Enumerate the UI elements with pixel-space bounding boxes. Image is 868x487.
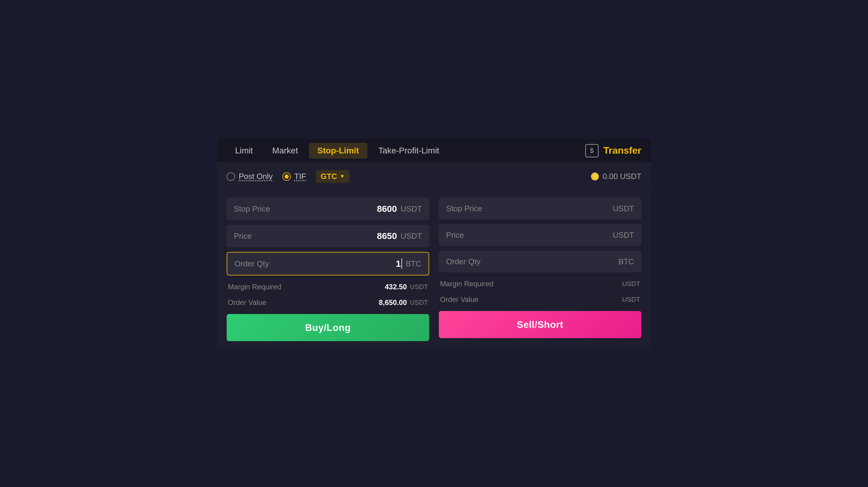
buy-stop-price-unit: USDT xyxy=(401,204,422,214)
post-only-label[interactable]: Post Only xyxy=(239,172,273,181)
buy-margin-value: 432.50 xyxy=(385,283,407,291)
buy-order-qty-unit: BTC xyxy=(406,259,421,269)
sell-order-qty-value-group: BTC xyxy=(618,257,634,266)
post-only-group: Post Only xyxy=(227,172,273,181)
options-bar: Post Only TIF GTC ▼ 🪙 0.00 USDT xyxy=(217,163,651,190)
sell-margin-label: Margin Required xyxy=(440,280,493,288)
buy-price-value: 8650 xyxy=(377,231,397,241)
sell-stop-price-label: Stop Price xyxy=(446,204,482,213)
sell-order-value-unit: USDT xyxy=(622,296,640,303)
buy-order-value-row: Order Value 8,650.00 USDT xyxy=(228,296,428,309)
tif-radio-inner xyxy=(284,175,289,179)
buy-order-qty-value-group: 1 BTC xyxy=(396,258,421,269)
tab-stop-limit[interactable]: Stop-Limit xyxy=(309,143,367,158)
sell-short-button[interactable]: Sell/Short xyxy=(439,311,641,338)
tab-market[interactable]: Market xyxy=(264,143,307,158)
dollar-icon[interactable]: $ xyxy=(585,144,598,157)
sell-stop-price-row[interactable]: Stop Price USDT xyxy=(439,198,641,219)
sell-price-unit: USDT xyxy=(613,231,634,240)
sell-order-qty-row[interactable]: Order Qty BTC xyxy=(439,251,641,272)
buy-price-label: Price xyxy=(234,232,252,241)
trading-panel: Limit Market Stop-Limit Take-Profit-Limi… xyxy=(217,139,651,348)
gtc-text: GTC xyxy=(321,172,337,181)
sell-price-label: Price xyxy=(446,231,464,240)
sell-order-qty-label: Order Qty xyxy=(446,257,480,266)
sell-panel: Stop Price USDT Price USDT Order Qty BTC xyxy=(439,198,641,341)
sell-order-value-label: Order Value xyxy=(440,295,478,304)
transfer-area: $ Transfer xyxy=(585,144,641,157)
balance-value: 0.00 USDT xyxy=(602,172,641,181)
sell-info-section: Margin Required USDT Order Value USDT xyxy=(439,277,641,306)
buy-margin-value-group: 432.50 USDT xyxy=(385,283,428,291)
sell-price-row[interactable]: Price USDT xyxy=(439,224,641,246)
post-only-radio[interactable] xyxy=(227,172,235,181)
buy-stop-price-value: 8600 xyxy=(377,204,397,214)
buy-margin-label: Margin Required xyxy=(228,283,281,291)
sell-stop-price-unit: USDT xyxy=(613,204,634,213)
buy-price-row[interactable]: Price 8650 USDT xyxy=(227,225,429,247)
sell-order-value-row: Order Value USDT xyxy=(440,293,640,306)
sell-price-value-group: USDT xyxy=(613,231,634,240)
wallet-icon: 🪙 xyxy=(590,172,599,181)
sell-margin-value-group: USDT xyxy=(622,280,640,288)
sell-stop-price-value-group: USDT xyxy=(613,204,634,213)
tif-label: TIF xyxy=(294,172,306,181)
buy-margin-unit: USDT xyxy=(410,283,428,291)
buy-order-qty-row[interactable]: Order Qty 1 BTC xyxy=(227,252,429,275)
buy-order-qty-label: Order Qty xyxy=(235,259,269,269)
buy-order-value-unit: USDT xyxy=(410,299,428,306)
tab-take-profit-limit[interactable]: Take-Profit-Limit xyxy=(370,143,447,158)
buy-price-unit: USDT xyxy=(401,232,422,241)
buy-long-button[interactable]: Buy/Long xyxy=(227,314,429,341)
sell-margin-row: Margin Required USDT xyxy=(440,277,640,291)
buy-panel: Stop Price 8600 USDT Price 8650 USDT Ord… xyxy=(227,198,429,341)
buy-price-value-group: 8650 USDT xyxy=(377,231,422,241)
tif-group: TIF xyxy=(282,172,306,181)
sell-margin-unit: USDT xyxy=(622,280,640,288)
sell-order-qty-unit: BTC xyxy=(618,257,634,266)
gtc-dropdown[interactable]: GTC ▼ xyxy=(316,170,350,183)
tab-bar: Limit Market Stop-Limit Take-Profit-Limi… xyxy=(217,139,651,163)
balance-area: 🪙 0.00 USDT xyxy=(590,172,641,181)
buy-order-value-value: 8,650.00 xyxy=(379,298,407,307)
buy-stop-price-value-group: 8600 USDT xyxy=(377,204,422,214)
transfer-button[interactable]: Transfer xyxy=(603,145,641,156)
sell-order-value-value-group: USDT xyxy=(622,296,640,303)
main-content: Stop Price 8600 USDT Price 8650 USDT Ord… xyxy=(217,190,651,348)
buy-margin-row: Margin Required 432.50 USDT xyxy=(228,280,428,294)
buy-stop-price-row[interactable]: Stop Price 8600 USDT xyxy=(227,198,429,220)
buy-order-value-label: Order Value xyxy=(228,298,267,307)
tab-limit[interactable]: Limit xyxy=(227,143,261,158)
buy-order-value-value-group: 8,650.00 USDT xyxy=(379,298,428,307)
buy-order-qty-value: 1 xyxy=(396,258,402,269)
tif-radio[interactable] xyxy=(282,172,291,181)
buy-info-section: Margin Required 432.50 USDT Order Value … xyxy=(227,280,429,309)
buy-stop-price-label: Stop Price xyxy=(234,204,270,214)
gtc-dropdown-arrow: ▼ xyxy=(340,173,345,180)
